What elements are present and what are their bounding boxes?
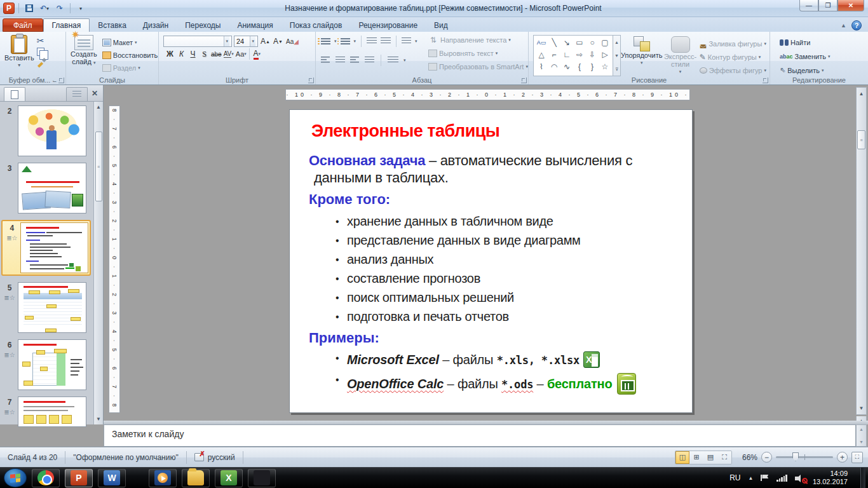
customize-qat-button[interactable]: ▾ (74, 3, 87, 14)
arrange-button[interactable]: Упорядочить▾ (621, 35, 662, 76)
format-painter-icon[interactable] (37, 58, 46, 67)
smartart-button[interactable]: Преобразовать в SmartArt▾ (427, 60, 529, 72)
animation-star-icon[interactable]: ≣☆ (4, 409, 15, 416)
cut-icon[interactable]: ✂ (37, 36, 48, 46)
grow-font-button[interactable]: А▲ (260, 36, 271, 47)
zoom-out-button[interactable]: − (761, 452, 772, 463)
replace-button[interactable]: abacЗаменить▾ (778, 50, 866, 62)
slide-thumbnail-selected[interactable]: 4 ≣☆ (1, 220, 91, 276)
tab-review[interactable]: Рецензирование (350, 18, 426, 32)
save-button[interactable] (23, 3, 36, 14)
shape-rectangle-icon[interactable]: ▭ (573, 36, 586, 48)
shape-line-icon[interactable]: ╲ (548, 36, 560, 48)
decrease-indent-icon[interactable] (367, 37, 377, 45)
tab-transitions[interactable]: Переходы (177, 18, 229, 32)
notes-scrollbar[interactable]: ▲▼ (856, 424, 867, 447)
language-indicator[interactable]: RU (729, 473, 740, 482)
shape-arc-icon[interactable]: ◠ (548, 60, 560, 72)
theme-name[interactable]: "Оформление по умолчанию" (65, 451, 186, 464)
layout-button[interactable]: Макет▾ (101, 36, 159, 48)
tab-slides-thumbnails[interactable] (4, 87, 25, 101)
shape-brace-right-icon[interactable]: } (586, 60, 599, 72)
font-color-button[interactable]: А▾ (252, 48, 262, 60)
undo-button[interactable]: ↶▾ (38, 3, 51, 14)
clear-formatting-button[interactable]: Аа◢ (285, 36, 299, 47)
notes-pane[interactable]: Заметки к слайду (104, 424, 856, 447)
animation-star-icon[interactable]: ≣☆ (4, 294, 15, 301)
shape-textbox-icon[interactable]: A▭ (535, 36, 548, 48)
zoom-slider[interactable] (776, 456, 833, 458)
dialog-launcher-icon[interactable] (521, 78, 527, 83)
volume-muted-icon[interactable] (795, 474, 805, 482)
paste-button[interactable]: Вставить▼ (4, 34, 34, 69)
copy-button[interactable]: ▾ (37, 48, 48, 56)
scroll-up-icon[interactable]: ▲ (859, 427, 864, 431)
align-center-icon[interactable] (336, 57, 345, 64)
tab-home[interactable]: Главная (43, 18, 90, 32)
scroll-down-icon[interactable]: ▼ (859, 402, 864, 414)
help-icon[interactable]: ? (851, 20, 862, 30)
taskbar-powerpoint-button[interactable]: P (65, 469, 93, 487)
scroll-down-icon[interactable]: ▼ (859, 440, 864, 444)
shape-callout-icon[interactable]: ▷ (599, 48, 611, 60)
bullets-icon[interactable] (321, 38, 330, 44)
taskbar-word-button[interactable]: W (98, 469, 126, 487)
section-button[interactable]: Раздел▾ (101, 62, 159, 74)
slide-title[interactable]: Электронные таблицы (311, 121, 499, 141)
shape-brace-left-icon[interactable]: { (573, 60, 586, 72)
increase-indent-icon[interactable] (381, 37, 391, 45)
underline-button[interactable]: Ч (187, 48, 198, 60)
zoom-in-button[interactable]: + (837, 452, 848, 463)
scroll-down-icon[interactable]: ▼ (96, 414, 101, 424)
shape-elbow-arrow-icon[interactable]: ∟ (560, 48, 573, 60)
normal-view-button[interactable]: ◫ (675, 451, 689, 464)
start-button[interactable] (4, 468, 27, 487)
taskbar-winrar-button[interactable] (248, 469, 276, 487)
align-left-icon[interactable] (321, 57, 330, 64)
strikethrough-button[interactable]: abe (210, 48, 222, 60)
slide-counter[interactable]: Слайд 4 из 20 (0, 451, 65, 464)
animation-star-icon[interactable]: ≣☆ (4, 351, 15, 358)
shape-star-icon[interactable]: ☆ (599, 60, 611, 72)
shape-scribble-icon[interactable]: ⌇ (535, 60, 548, 72)
taskbar-mediaplayer-button[interactable] (149, 469, 177, 487)
select-button[interactable]: ⇖Выделить▾ (778, 64, 866, 76)
show-hidden-icons-icon[interactable]: ▲ (749, 475, 754, 481)
restore-button[interactable]: ❐ (818, 0, 837, 11)
scrollbar-thumb[interactable]: ≡ (857, 130, 865, 149)
tab-animations[interactable]: Анимация (229, 18, 281, 32)
dialog-launcher-icon[interactable] (308, 78, 314, 83)
scroll-up-icon[interactable]: ▲ (613, 36, 620, 49)
animation-star-icon[interactable]: ≣☆ (6, 234, 17, 241)
scroll-up-icon[interactable]: ▲ (859, 88, 864, 100)
slide-thumbnail[interactable]: 3 (1, 163, 91, 214)
network-signal-icon[interactable] (776, 475, 787, 482)
shape-fill-button[interactable]: ◛Заливка фигуры▾ (698, 37, 768, 50)
slide-canvas[interactable]: Электронные таблицы Основная задача – ав… (289, 109, 693, 413)
shape-triangle-icon[interactable]: △ (535, 48, 548, 60)
bold-button[interactable]: Ж (165, 48, 175, 60)
quick-styles-button[interactable]: Экспресс-стили▾ (662, 35, 698, 76)
font-size-combo[interactable]: 24▾ (234, 36, 258, 47)
fit-to-window-button[interactable]: ⛶ (851, 452, 863, 463)
reading-view-button[interactable]: ▤ (703, 451, 717, 464)
slide-sorter-button[interactable]: ⊞ (689, 451, 703, 464)
slideshow-button[interactable]: ⛶ (717, 451, 731, 464)
dialog-launcher-icon[interactable] (58, 78, 64, 83)
columns-icon[interactable] (388, 57, 398, 64)
shadow-button[interactable]: S (199, 48, 210, 60)
shape-curve-icon[interactable]: ∿ (560, 60, 573, 72)
show-desktop-button[interactable] (860, 468, 865, 488)
shrink-font-button[interactable]: А▼ (273, 36, 283, 47)
reset-button[interactable]: Восстановить (101, 49, 159, 61)
thumbnail-scrollbar[interactable]: ▲ ≡ ▼ (93, 102, 103, 424)
tab-design[interactable]: Дизайн (135, 18, 177, 32)
shape-outline-button[interactable]: ✎Контур фигуры▾ (698, 51, 768, 63)
close-panel-icon[interactable]: ✕ (92, 89, 98, 98)
close-button[interactable]: ✕ (837, 0, 864, 11)
shape-oval-icon[interactable]: ○ (586, 36, 599, 48)
tab-insert[interactable]: Вставка (90, 18, 135, 32)
zoom-slider-thumb[interactable] (792, 452, 799, 461)
shapes-gallery-scroll[interactable]: ▲ ▼ ⊽ (613, 35, 621, 76)
slide-bullet-list[interactable]: хранение данных в табличном виде предста… (336, 212, 679, 326)
